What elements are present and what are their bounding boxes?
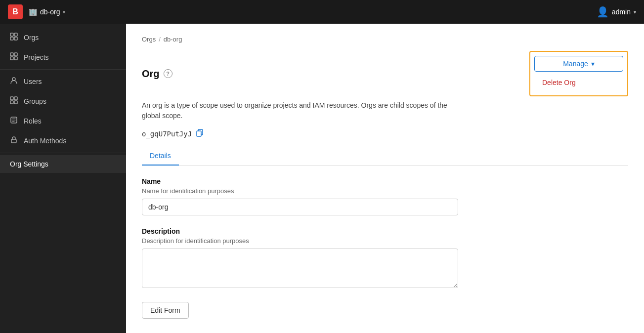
sidebar-divider-2 — [0, 153, 126, 153]
org-switcher-chevron: ▾ — [63, 9, 65, 15]
svg-rect-14 — [11, 139, 16, 143]
svg-rect-11 — [10, 101, 13, 104]
orgs-icon — [10, 33, 18, 42]
sidebar-item-users[interactable]: Users — [0, 72, 126, 91]
sidebar-divider-1 — [0, 69, 126, 70]
manage-chevron-icon: ▾ — [591, 60, 595, 68]
svg-rect-12 — [14, 101, 17, 104]
projects-icon — [10, 52, 18, 62]
manage-dropdown-wrapper: Manage ▾ Delete Org — [529, 51, 628, 96]
user-menu-chevron: ▾ — [634, 9, 636, 15]
user-avatar-icon: 👤 — [597, 6, 609, 18]
description-form-group: Description Description for identificati… — [142, 227, 628, 290]
sidebar-item-groups-label: Groups — [24, 97, 46, 105]
edit-form-button[interactable]: Edit Form — [142, 302, 189, 319]
sidebar-item-projects-label: Projects — [24, 53, 49, 61]
name-sublabel: Name for identification purposes — [142, 187, 628, 195]
sidebar-item-orgs[interactable]: Orgs — [0, 28, 126, 47]
manage-button-label: Manage — [563, 60, 588, 68]
sidebar-item-orgs-label: Orgs — [24, 34, 39, 42]
sidebar: Orgs Projects Users Groups Roles — [0, 24, 126, 333]
page-title-text: Org — [142, 68, 160, 80]
header: B 🏢 db-org ▾ 👤 admin ▾ — [0, 0, 644, 24]
page-description: An org is a type of scope used to organi… — [142, 100, 448, 121]
copy-id-icon[interactable] — [196, 129, 204, 139]
sidebar-item-auth-methods[interactable]: Auth Methods — [0, 131, 126, 151]
org-id-row: o_gqU7PutJyJ — [142, 129, 628, 139]
org-switcher[interactable]: 🏢 db-org ▾ — [29, 8, 65, 16]
sidebar-item-org-settings-label: Org Settings — [10, 160, 48, 168]
svg-rect-7 — [14, 57, 17, 60]
svg-rect-16 — [197, 131, 201, 136]
sidebar-item-auth-methods-label: Auth Methods — [24, 137, 66, 145]
logo-icon[interactable]: B — [8, 4, 23, 19]
svg-rect-3 — [14, 37, 17, 40]
sidebar-item-users-label: Users — [24, 78, 42, 85]
page-title: Org ? — [142, 68, 172, 80]
help-icon[interactable]: ? — [164, 69, 172, 78]
breadcrumb: Orgs / db-org — [142, 36, 628, 43]
tab-details[interactable]: Details — [142, 147, 179, 166]
description-label: Description — [142, 227, 628, 235]
sidebar-item-projects[interactable]: Projects — [0, 47, 126, 67]
manage-dropdown-menu: Delete Org — [534, 74, 623, 91]
name-input[interactable] — [142, 199, 458, 215]
sidebar-item-roles[interactable]: Roles — [0, 111, 126, 131]
breadcrumb-separator: / — [159, 36, 161, 43]
description-sublabel: Description for identification purposes — [142, 237, 628, 245]
manage-area: Manage ▾ Delete Org — [529, 51, 628, 96]
roles-icon — [10, 116, 18, 126]
delete-org-item[interactable]: Delete Org — [534, 74, 623, 91]
name-label: Name — [142, 177, 628, 185]
org-switcher-name: db-org — [40, 8, 60, 16]
description-input[interactable] — [142, 249, 458, 288]
main-layout: Orgs Projects Users Groups Roles — [0, 24, 644, 333]
breadcrumb-current: db-org — [164, 36, 182, 43]
manage-button[interactable]: Manage ▾ — [534, 56, 623, 72]
user-name: admin — [612, 8, 631, 16]
groups-icon — [10, 96, 18, 106]
svg-rect-2 — [10, 37, 13, 40]
svg-rect-10 — [14, 97, 17, 100]
header-right[interactable]: 👤 admin ▾ — [597, 6, 636, 18]
content-area: Orgs / db-org Org ? Manage ▾ Delete Org — [126, 24, 644, 333]
auth-methods-icon — [10, 136, 18, 146]
sidebar-item-roles-label: Roles — [24, 117, 42, 125]
sidebar-item-org-settings[interactable]: Org Settings — [0, 155, 126, 173]
svg-rect-1 — [14, 33, 17, 36]
svg-rect-5 — [14, 53, 17, 56]
name-form-group: Name Name for identification purposes — [142, 177, 628, 215]
sidebar-item-groups[interactable]: Groups — [0, 91, 126, 111]
org-id-text: o_gqU7PutJyJ — [142, 130, 192, 138]
header-left: B 🏢 db-org ▾ — [8, 4, 65, 19]
svg-rect-9 — [10, 97, 13, 100]
org-switcher-building-icon: 🏢 — [29, 8, 37, 16]
tabs: Details — [142, 147, 628, 166]
breadcrumb-orgs[interactable]: Orgs — [142, 36, 156, 43]
users-icon — [10, 77, 18, 86]
svg-rect-4 — [10, 53, 13, 56]
svg-rect-0 — [10, 33, 13, 36]
svg-rect-6 — [10, 57, 13, 60]
page-title-row: Org ? Manage ▾ Delete Org — [142, 51, 628, 96]
svg-point-8 — [12, 78, 15, 81]
